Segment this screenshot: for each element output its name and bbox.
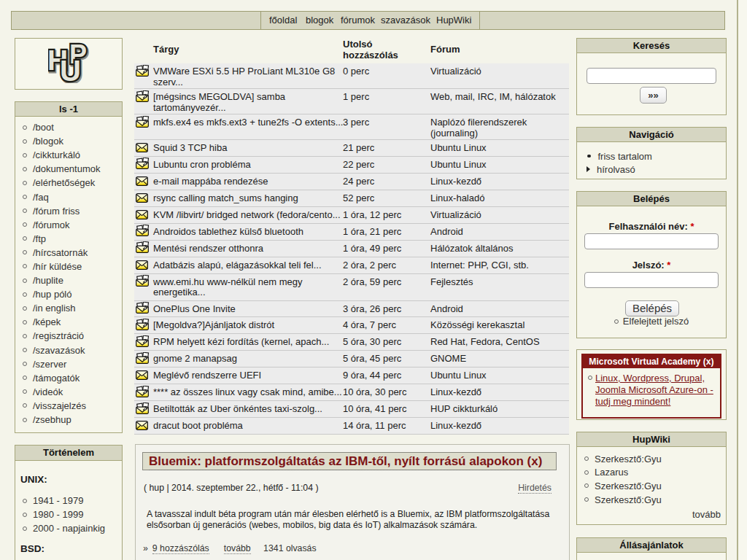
svg-text:U: U — [60, 55, 81, 83]
